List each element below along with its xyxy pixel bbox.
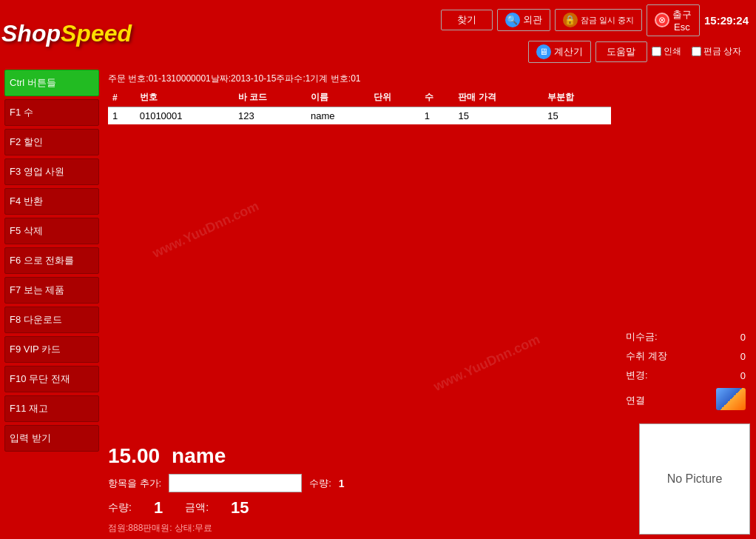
qty-value: 1 [154,498,163,518]
summary-row-change: 변경: 0 [623,366,749,384]
time-display: 15:29:24 [704,14,749,27]
logo-speed: Speed [61,20,132,47]
cell-subtotal: 15 [543,107,611,125]
main-layout: Ctrl 버튼들 F1 수 F2 할인 F3 영업 사원 F4 반환 F5 삭제… [0,67,756,539]
qty-inline-value: 1 [339,478,345,489]
content-area: 주문 번호:01-1310000001날짜:2013-10-15주파수:1기계 … [104,67,615,539]
bottom-area: 15.00 name 항목을 추가: 수량: 1 수량: 1 금액: 15 점원… [108,440,611,539]
col-name: 이름 [306,88,369,107]
exit-button[interactable]: ⊗ 출구Esc [647,4,700,36]
exterior-button[interactable]: 🔍 외관 [497,9,550,31]
qty-label: 수량: [108,501,132,515]
connect-icon [716,388,746,410]
sidebar-item-f5[interactable]: F5 삭제 [4,218,99,244]
exit-icon: ⊗ [655,13,669,27]
connect-label: 연결 [623,386,691,415]
sidebar-item-f9[interactable]: F9 VIP 카드 [4,336,99,363]
exterior-icon: 🔍 [505,13,520,27]
product-info-line: 15.00 name [108,444,611,468]
change-value: 0 [692,366,749,384]
calculate-icon: 🖥 [536,44,551,59]
col-price: 판매 가격 [453,88,543,107]
cell-qty: 1 [420,107,454,125]
sidebar-item-f1[interactable]: F1 수 [4,99,99,126]
amount-value: 15 [231,498,249,518]
receipt-label: 수취 계장 [623,347,691,365]
header: ShopSpeed 찾기 🔍 외관 🔒 잠금 일시 중지 ⊗ 출 [0,0,756,67]
receipt-label: 편금 상자 [703,45,741,58]
print-label: 인쇄 [664,45,681,58]
header-right: 찾기 🔍 외관 🔒 잠금 일시 중지 ⊗ 출구Esc 15:29 [441,4,749,63]
receivable-label: 미수금: [623,328,691,346]
sidebar-item-f7[interactable]: F7 보는 제품 [4,277,99,304]
amount-label: 금액: [185,501,209,515]
sidebar-item-f6[interactable]: F6 으로 전화를 [4,247,99,274]
checkbox-row: 인쇄 편금 상자 [652,45,741,58]
footer-status: 점원:888판매원: 상태:무료 [108,522,611,535]
add-item-input[interactable] [169,474,302,492]
sidebar-item-f11[interactable]: F11 재고 [4,395,99,422]
sidebar-item-f3[interactable]: F3 영업 사원 [4,158,99,185]
order-info: 주문 번호:01-1310000001날짜:2013-10-15주파수:1기계 … [108,70,611,88]
change-label: 변경: [623,366,691,384]
sidebar-item-ctrl[interactable]: Ctrl 버튼들 [4,70,99,96]
header-buttons-row-2: 🖥 계산기 도움말 인쇄 편금 상자 [528,41,749,63]
sidebar-item-f2[interactable]: F2 할인 [4,129,99,155]
sidebar-item-f8[interactable]: F8 다운로드 [4,307,99,333]
no-picture-text: No Picture [667,472,723,486]
help-button[interactable]: 도움말 [595,41,647,62]
print-checkbox[interactable] [652,47,661,56]
current-product-name: name [172,444,226,468]
cell-id: 01010001 [135,107,234,125]
receipt-checkbox[interactable] [692,47,701,56]
col-qty: 수 [420,88,454,107]
summary-row-receipt: 수취 계장 0 [623,347,749,365]
print-checkbox-label: 인쇄 [652,45,681,58]
qty-inline-label: 수량: [309,477,331,490]
calculate-button[interactable]: 🖥 계산기 [528,41,591,63]
calculate-label: 계산기 [554,45,583,58]
summary-row-receivable: 미수금: 0 [623,328,749,346]
exterior-label: 외관 [523,13,542,27]
current-price: 15.00 [108,444,160,468]
add-item-label: 항목을 추가: [108,477,161,490]
logo-shop: Shop [1,20,61,47]
add-item-row: 항목을 추가: 수량: 1 [108,474,611,492]
receipt-value: 0 [692,347,749,365]
lock-label: 잠금 일시 중지 [581,15,634,26]
cell-name: name [306,107,369,125]
lock-icon: 🔒 [563,13,578,27]
col-id: 번호 [135,88,234,107]
table-row: 1 01010001 123 name 1 15 15 [108,107,611,125]
right-panel: 미수금: 0 수취 계장 0 변경: 0 연결 No Picture [615,67,756,539]
col-barcode: 바 코드 [234,88,306,107]
summary-row-connect: 연결 [623,386,749,415]
sidebar: Ctrl 버튼들 F1 수 F2 할인 F3 영업 사원 F4 반환 F5 삭제… [0,67,104,539]
header-buttons-row: 찾기 🔍 외관 🔒 잠금 일시 중지 ⊗ 출구Esc 15:29 [441,4,749,36]
receivable-value: 0 [692,328,749,346]
sidebar-item-input[interactable]: 입력 받기 [4,425,99,452]
col-subtotal: 부분합 [543,88,611,107]
qty-amount-row: 수량: 1 금액: 15 [108,498,611,518]
no-picture-box: No Picture [639,424,750,535]
cell-unit [369,107,420,125]
col-num: # [108,88,135,107]
sidebar-item-f4[interactable]: F4 반환 [4,188,99,215]
summary-table: 미수금: 0 수취 계장 0 변경: 0 연결 [621,327,750,416]
cell-price: 15 [453,107,543,125]
receipt-checkbox-label: 편금 상자 [692,45,741,58]
data-table: # 번호 바 코드 이름 단위 수 판매 가격 부분합 1 01010001 1… [108,88,611,124]
col-unit: 단위 [369,88,420,107]
sidebar-item-f10[interactable]: F10 무단 전재 [4,366,99,392]
logo: ShopSpeed [7,11,126,56]
find-button[interactable]: 찾기 [441,10,493,30]
exit-label: 출구Esc [672,8,692,33]
cell-barcode: 123 [234,107,306,125]
connect-icon-cell [692,386,749,415]
lock-button[interactable]: 🔒 잠금 일시 중지 [555,9,642,31]
cell-num: 1 [108,107,135,125]
